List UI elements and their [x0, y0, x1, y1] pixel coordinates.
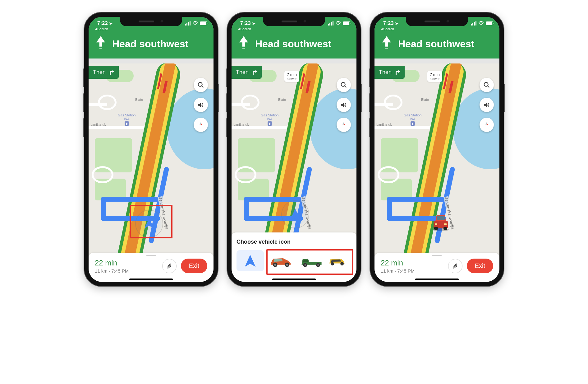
search-button[interactable]	[337, 78, 351, 92]
direction-arrow-icon	[381, 36, 392, 52]
audio-button[interactable]	[480, 98, 494, 112]
poi-gas-station[interactable]: Gas Station INA	[261, 113, 278, 126]
svg-rect-35	[444, 223, 447, 225]
svg-marker-27	[487, 122, 488, 125]
home-indicator	[415, 279, 459, 280]
status-right	[328, 21, 350, 26]
search-icon	[340, 82, 347, 88]
svg-rect-31	[437, 216, 445, 220]
svg-line-3	[202, 86, 204, 88]
gas-pump-icon	[411, 121, 415, 126]
vehicle-marker[interactable]	[281, 200, 309, 228]
street-label: Blato	[278, 98, 286, 101]
back-to-search[interactable]: Search	[238, 27, 251, 31]
choose-vehicle-panel[interactable]: Choose vehicle icon	[232, 232, 356, 282]
turn-right-icon	[109, 70, 114, 75]
street-label: Blato	[135, 98, 143, 101]
then-label: Then	[236, 69, 249, 76]
cellular-signal-icon	[185, 21, 191, 26]
status-time: 7:23➤	[383, 21, 399, 26]
status-time: 7:23➤	[240, 21, 256, 26]
highlight-box	[266, 249, 353, 275]
poi-gas-station[interactable]: Gas Station INA	[404, 113, 421, 126]
svg-rect-23	[385, 46, 388, 47]
back-to-search[interactable]: Search	[95, 27, 108, 31]
vehicle-marker[interactable]	[430, 212, 452, 232]
map-canvas[interactable]: Lanište ul. Blato Jadranska avenija Gas …	[374, 63, 499, 282]
highlight-box	[130, 205, 172, 238]
audio-button[interactable]	[194, 98, 208, 112]
eta-time: 22 min	[95, 258, 129, 268]
battery-icon	[343, 21, 350, 25]
audio-button[interactable]	[337, 98, 351, 112]
turn-right-icon	[395, 70, 400, 75]
compass-button[interactable]	[480, 118, 494, 132]
notch	[120, 17, 182, 26]
search-button[interactable]	[480, 78, 494, 92]
turn-right-icon	[252, 70, 257, 75]
drag-handle-icon[interactable]	[146, 255, 156, 256]
vehicle-option-arrow[interactable]	[237, 250, 264, 271]
navigation-arrow-icon	[289, 208, 301, 220]
poi-gas-station[interactable]: Gas Station INA	[118, 113, 136, 126]
search-button[interactable]	[194, 78, 208, 92]
search-icon	[483, 82, 490, 88]
then-step[interactable]: Then	[89, 66, 119, 79]
svg-point-25	[484, 82, 488, 87]
phone-frame: 7:23➤ Search Head southwest Then	[227, 12, 361, 286]
street-label: Lanište ul.	[90, 123, 106, 126]
svg-marker-5	[199, 122, 201, 125]
compass-button[interactable]	[337, 118, 351, 132]
phone-frame: 7:22➤ Search Head southwest Then	[84, 12, 218, 286]
speaker-icon	[483, 101, 490, 108]
map-canvas[interactable]: Lanište ul. Blato Jadranska avenija Gas …	[89, 63, 214, 282]
svg-marker-28	[485, 122, 487, 125]
alternate-routes-button[interactable]	[448, 259, 462, 273]
status-time: 7:22➤	[97, 21, 113, 26]
exit-button[interactable]: Exit	[467, 259, 493, 273]
notch	[406, 17, 468, 26]
alternate-routes-button[interactable]	[162, 259, 177, 273]
eta-time: 22 min	[381, 258, 415, 268]
gas-pump-icon	[125, 121, 129, 126]
drag-handle-icon[interactable]	[432, 255, 442, 256]
svg-point-2	[198, 82, 202, 87]
svg-line-9	[345, 86, 347, 88]
battery-icon	[200, 21, 207, 25]
wifi-icon	[192, 21, 198, 26]
svg-marker-4	[201, 122, 202, 125]
traffic-callout[interactable]: 7 min slower	[284, 71, 299, 82]
then-step[interactable]: Then	[374, 66, 405, 79]
then-step[interactable]: Then	[232, 66, 262, 79]
screen: 7:22➤ Search Head southwest Then	[89, 17, 214, 282]
then-label: Then	[379, 69, 392, 76]
svg-rect-34	[435, 223, 437, 225]
notch	[263, 17, 325, 26]
exit-button[interactable]: Exit	[181, 259, 207, 273]
cellular-signal-icon	[328, 21, 333, 26]
compass-icon	[197, 121, 204, 128]
back-to-search[interactable]: Search	[381, 27, 394, 31]
home-indicator	[129, 279, 173, 280]
svg-rect-24	[385, 48, 388, 49]
eta-block: 22 min 11 km · 7:45 PM	[381, 258, 415, 274]
street-label: Lanište ul.	[233, 123, 249, 126]
choose-vehicle-title: Choose vehicle icon	[237, 239, 351, 245]
svg-marker-11	[342, 122, 344, 125]
wifi-icon	[478, 21, 484, 26]
location-services-icon: ➤	[109, 21, 113, 26]
eta-detail: 11 km · 7:45 PM	[381, 268, 415, 274]
screen: 7:23➤ Search Head southwest Then	[232, 17, 356, 282]
trip-bottom-bar[interactable]: 22 min 11 km · 7:45 PM Exit	[89, 253, 214, 282]
battery-icon	[486, 21, 493, 25]
traffic-callout[interactable]: 7 min slower	[427, 71, 442, 82]
navigation-arrow-icon	[243, 254, 257, 268]
direction-arrow-icon	[95, 36, 106, 52]
status-right	[471, 21, 493, 26]
gas-pump-icon	[268, 121, 272, 126]
trip-bottom-bar[interactable]: 22 min 11 km · 7:45 PM Exit	[374, 253, 499, 282]
street-label: Blato	[421, 98, 429, 101]
svg-rect-7	[242, 48, 245, 49]
routes-icon	[166, 263, 173, 269]
compass-button[interactable]	[194, 118, 208, 132]
